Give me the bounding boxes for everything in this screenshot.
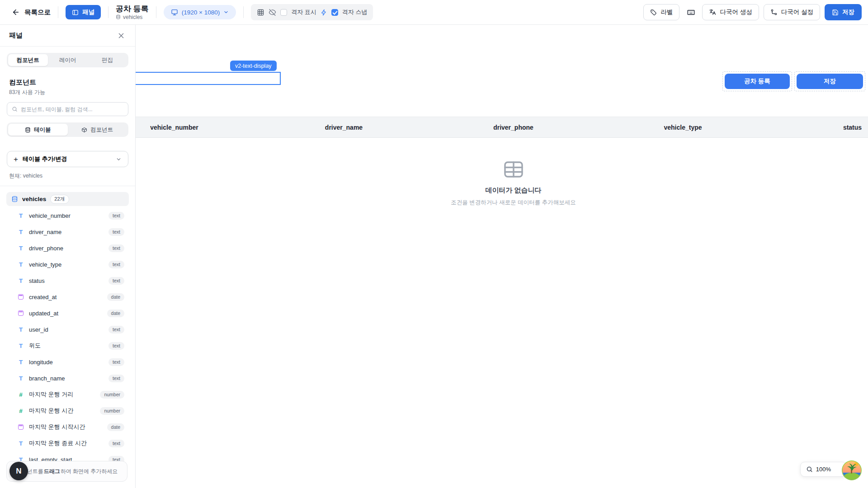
field-list-item[interactable]: status text: [0, 272, 135, 289]
field-list-item[interactable]: 마지막 운행 시작시간 date: [0, 419, 135, 435]
field-list-item[interactable]: longitude text: [0, 354, 135, 370]
add-change-table-button[interactable]: + 테이블 추가/변경: [7, 151, 128, 167]
field-type-badge: text: [108, 212, 124, 220]
field-list-item[interactable]: user_id text: [0, 321, 135, 338]
field-list-item[interactable]: vehicle_number text: [0, 207, 135, 224]
field-list-item[interactable]: 마지막 운행 종료 시간 text: [0, 435, 135, 451]
divider: [243, 6, 244, 18]
table-empty-state: 데이터가 없습니다 조건을 변경하거나 새로운 데이터를 추가해보세요: [90, 160, 868, 206]
column-count-badge: 22개: [50, 195, 69, 204]
field-type-badge: text: [108, 342, 124, 350]
field-type-badge: text: [108, 277, 124, 285]
grid-show-checkbox[interactable]: [280, 9, 287, 16]
save-button-component-bounds[interactable]: 저장: [794, 71, 865, 91]
panel-toggle-button[interactable]: 패널: [66, 5, 101, 19]
field-list: vehicle_number text driver_name text dri…: [0, 207, 135, 468]
field-name: driver_name: [29, 229, 104, 235]
field-type-icon: [17, 375, 24, 382]
plus-icon: +: [14, 155, 18, 163]
field-list-item[interactable]: driver_phone text: [0, 240, 135, 256]
grid-show-label: 격자 표시: [291, 8, 316, 16]
panel-title: 패널: [9, 31, 23, 40]
i18n-generate-button[interactable]: 다국어 생성: [702, 4, 759, 20]
field-list-item[interactable]: updated_at date: [0, 305, 135, 321]
i18n-settings-button[interactable]: 다국어 설정: [764, 4, 820, 20]
register-button-component-bounds[interactable]: 공차 등록: [722, 71, 792, 91]
field-list-item[interactable]: 마지막 운행 시간 number: [0, 403, 135, 419]
field-list-item[interactable]: vehicle_type text: [0, 256, 135, 272]
tab-layers[interactable]: 레이어: [48, 54, 88, 66]
field-name: 마지막 운행 종료 시간: [29, 439, 104, 447]
keyboard-shortcuts-icon[interactable]: [684, 5, 698, 19]
source-tab-tables[interactable]: 테이블: [8, 124, 68, 136]
field-name: vehicle_number: [29, 212, 104, 219]
field-type-badge: date: [107, 423, 124, 431]
component-search[interactable]: [7, 102, 128, 116]
page-title: 공차 등록: [116, 5, 149, 13]
divider: [108, 6, 108, 18]
grid-icon: [257, 9, 264, 16]
field-list-item[interactable]: created_at date: [0, 289, 135, 305]
database-icon: [25, 127, 31, 133]
field-list-item[interactable]: 위도 text: [0, 338, 135, 354]
components-available-count: 83개 사용 가능: [9, 89, 126, 96]
field-type-icon: [17, 228, 24, 235]
panel-tab-bar: 컴포넌트 레이어 편집: [7, 53, 128, 67]
tab-components[interactable]: 컴포넌트: [8, 54, 48, 66]
field-type-badge: text: [108, 358, 124, 366]
search-icon: [12, 106, 18, 112]
source-tab-components[interactable]: 컴포넌트: [68, 124, 127, 136]
screen-size-selector[interactable]: (868 × 488): [164, 5, 236, 19]
component-panel: 패널 컴포넌트 레이어 편집 컴포넌트 83개 사용 가능: [0, 25, 136, 488]
cube-icon: [81, 127, 87, 133]
data-table-column-header[interactable]: driver_name: [259, 117, 429, 137]
grid-snap-checkbox[interactable]: [331, 9, 338, 16]
field-list-item[interactable]: driver_name text: [0, 224, 135, 240]
data-table-column-header[interactable]: vehicle_type: [598, 117, 768, 137]
field-type-badge: text: [108, 440, 124, 447]
chevron-down-icon: [223, 9, 229, 15]
field-name: status: [29, 277, 104, 284]
label-button[interactable]: 라벨: [643, 4, 679, 20]
zoom-level-indicator[interactable]: 100%: [800, 462, 847, 477]
canvas-register-button[interactable]: 공차 등록: [725, 74, 790, 89]
data-table-column-header[interactable]: driver_phone: [429, 117, 598, 137]
zoom-level-value: 100%: [816, 466, 831, 473]
data-table-header-row: vehicle_numberdriver_namedriver_phoneveh…: [90, 117, 868, 138]
field-name: 위도: [29, 342, 104, 350]
back-to-list-button[interactable]: 목록으로: [12, 8, 51, 17]
data-table-component[interactable]: vehicle_numberdriver_namedriver_phoneveh…: [90, 117, 868, 138]
top-toolbar: 목록으로 패널 공차 등록 vehicles: [0, 0, 868, 25]
field-type-icon: [18, 294, 24, 300]
eye-off-icon[interactable]: [269, 9, 276, 16]
field-type-icon: [17, 326, 24, 333]
selected-component-badge: v2-text-display: [230, 61, 277, 71]
field-name: 마지막 운행 시작시간: [29, 423, 103, 431]
field-name: driver_phone: [29, 245, 104, 252]
table-row-vehicles[interactable]: vehicles 22개: [6, 192, 129, 206]
source-toggle: 테이블 컴포넌트: [7, 122, 128, 137]
canvas-save-button[interactable]: 저장: [797, 74, 863, 89]
divider: [156, 6, 156, 18]
divider: [0, 186, 135, 186]
field-type-badge: number: [100, 407, 124, 415]
save-icon: [832, 9, 839, 16]
search-input[interactable]: [21, 106, 123, 113]
data-table-column-header[interactable]: status: [768, 117, 868, 137]
save-button[interactable]: 저장: [825, 4, 862, 20]
field-list-item[interactable]: branch_name text: [0, 370, 135, 386]
field-type-icon: [17, 358, 24, 366]
field-name: longitude: [29, 359, 104, 366]
field-list-item[interactable]: 마지막 운행 거리 number: [0, 386, 135, 403]
tab-edit[interactable]: 편집: [87, 54, 127, 66]
brand-logo-badge[interactable]: N: [9, 462, 28, 480]
close-panel-icon[interactable]: [116, 31, 126, 41]
island-sticker[interactable]: [841, 460, 862, 481]
empty-state-title: 데이터가 없습니다: [485, 186, 541, 195]
field-type-badge: date: [107, 293, 124, 301]
field-type-icon: [17, 277, 24, 284]
field-name: updated_at: [29, 310, 103, 317]
field-type-badge: number: [100, 391, 124, 399]
field-name: 마지막 운행 거리: [29, 390, 95, 399]
field-type-badge: text: [108, 375, 124, 382]
